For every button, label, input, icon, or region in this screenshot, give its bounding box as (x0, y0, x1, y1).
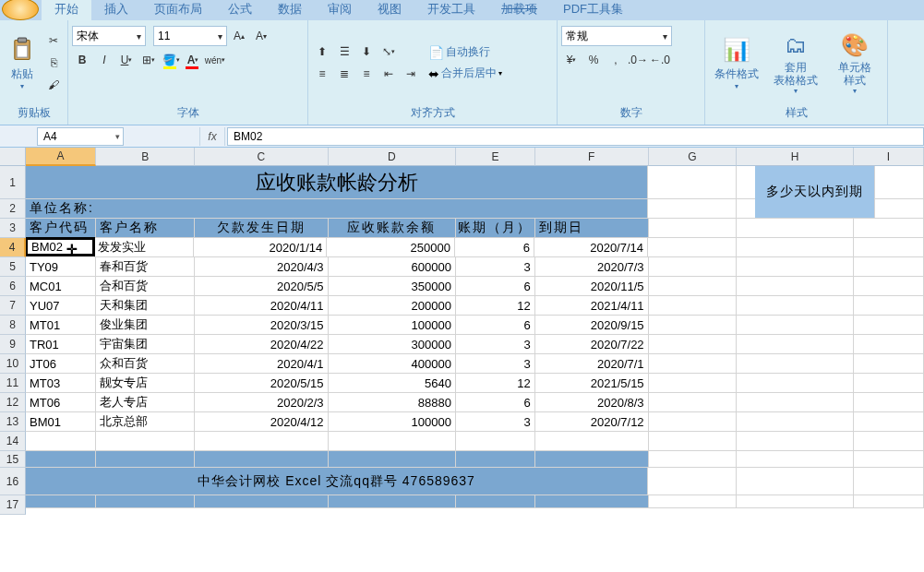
merge-center-button[interactable]: ⬌合并后居中▾ (428, 66, 502, 81)
cell[interactable]: YU07 (26, 296, 96, 316)
cell[interactable] (26, 451, 96, 468)
col-header-E[interactable]: E (456, 148, 535, 166)
cell[interactable]: 2020/4/1 (195, 354, 328, 374)
number-format-select[interactable]: 常规 (561, 26, 672, 46)
cell[interactable] (854, 374, 924, 393)
row-header-13[interactable]: 13 (0, 412, 26, 432)
cell[interactable]: 客户代码 (26, 219, 96, 238)
comma-button[interactable]: , (606, 50, 626, 70)
cell[interactable] (456, 432, 535, 451)
cell[interactable] (649, 257, 738, 277)
fx-button[interactable]: fx (199, 127, 225, 146)
cell[interactable]: 6 (456, 277, 535, 296)
increase-indent-button[interactable]: ⇥ (401, 64, 421, 84)
cell[interactable] (854, 354, 924, 374)
cell[interactable]: 欠款发生日期 (195, 219, 328, 238)
cell[interactable]: 2020/3/15 (195, 316, 328, 335)
tab-6[interactable]: 视图 (365, 0, 414, 20)
cell[interactable]: 2020/4/22 (195, 335, 328, 354)
cell[interactable] (96, 495, 195, 508)
conditional-format-button[interactable]: 📊 条件格式▾ (709, 30, 764, 95)
cell[interactable] (649, 495, 738, 508)
cell[interactable] (649, 451, 738, 468)
cell[interactable] (854, 277, 924, 296)
col-header-B[interactable]: B (96, 148, 195, 166)
tab-8[interactable]: 加载项 (488, 0, 550, 20)
cell[interactable]: 3 (456, 412, 535, 432)
col-header-A[interactable]: A (26, 148, 96, 166)
cell[interactable] (737, 393, 854, 412)
row-header-7[interactable]: 7 (0, 296, 26, 316)
formula-input[interactable]: BM02 (227, 127, 924, 146)
cell[interactable] (329, 432, 456, 451)
col-header-H[interactable]: H (737, 148, 854, 166)
cell[interactable]: 俊业集团 (96, 316, 195, 335)
cell[interactable] (649, 374, 738, 393)
cell[interactable] (737, 335, 854, 354)
row-header-3[interactable]: 3 (0, 219, 26, 238)
cell[interactable]: 客户名称 (96, 219, 195, 238)
cell[interactable] (195, 495, 328, 508)
row-header-17[interactable]: 17 (0, 495, 26, 515)
cell[interactable] (535, 451, 649, 468)
cell[interactable] (26, 495, 96, 508)
cell[interactable] (649, 393, 738, 412)
cell[interactable]: MT01 (26, 316, 96, 335)
cell[interactable]: 众和百货 (96, 354, 195, 374)
cell[interactable] (329, 451, 456, 468)
row-header-1[interactable]: 1 (0, 166, 26, 199)
cell[interactable]: 6 (456, 316, 535, 335)
cell[interactable] (737, 374, 854, 393)
cell[interactable] (26, 432, 96, 451)
cell[interactable]: MT06 (26, 393, 96, 412)
cell[interactable]: 100000 (329, 316, 456, 335)
cell[interactable] (854, 316, 924, 335)
row-header-12[interactable]: 12 (0, 393, 26, 412)
tab-0[interactable]: 开始 (42, 0, 91, 20)
cell[interactable] (648, 199, 737, 219)
cell[interactable]: 2020/4/3 (195, 257, 328, 277)
align-top-button[interactable]: ⬆ (312, 42, 332, 62)
row-header-6[interactable]: 6 (0, 277, 26, 296)
row-header-8[interactable]: 8 (0, 316, 26, 335)
cell[interactable] (456, 495, 535, 508)
row-header-14[interactable]: 14 (0, 432, 26, 451)
tab-1[interactable]: 插入 (91, 0, 141, 20)
cell[interactable] (854, 451, 924, 468)
cell[interactable] (456, 451, 535, 468)
cell[interactable]: 应收账款帐龄分析 (26, 166, 648, 199)
cell[interactable] (96, 451, 195, 468)
cell[interactable]: 中华会计网校 Excel 交流qq群号 476589637 (26, 468, 648, 495)
cell[interactable]: MC01 (26, 277, 96, 296)
align-center-button[interactable]: ≣ (334, 64, 354, 84)
orientation-button[interactable]: ⤡▾ (378, 42, 399, 62)
italic-button[interactable]: I (94, 50, 114, 70)
cell[interactable] (649, 296, 738, 316)
col-header-I[interactable]: I (854, 148, 924, 166)
select-all-corner[interactable] (0, 148, 26, 166)
cell[interactable] (854, 393, 924, 412)
wrap-text-button[interactable]: 📄自动换行 (428, 44, 502, 60)
cell[interactable]: 2020/8/3 (535, 393, 649, 412)
cell[interactable] (195, 451, 328, 468)
format-painter-button[interactable]: 🖌 (43, 75, 64, 95)
cell[interactable] (649, 219, 738, 238)
cell[interactable]: 2021/4/11 (535, 296, 649, 316)
cell[interactable] (96, 432, 195, 451)
align-right-button[interactable]: ≡ (356, 64, 377, 84)
border-button[interactable]: ⊞▾ (138, 50, 159, 70)
cell[interactable]: 300000 (329, 335, 456, 354)
cell[interactable]: MT03 (26, 374, 96, 393)
paste-button[interactable]: 粘贴 ▾ (4, 30, 40, 95)
cell[interactable] (649, 412, 738, 432)
cell[interactable] (737, 219, 854, 238)
row-header-4[interactable]: 4 (0, 238, 26, 257)
cell[interactable] (854, 468, 924, 495)
spreadsheet-grid[interactable]: 1234567891011121314151617 ABCDEFGHI 应收账款… (0, 148, 924, 572)
cell[interactable] (737, 316, 854, 335)
fill-color-button[interactable]: 🪣▾ (161, 50, 181, 70)
cell[interactable] (737, 257, 854, 277)
cell[interactable] (854, 238, 924, 257)
col-header-F[interactable]: F (535, 148, 649, 166)
cell[interactable] (854, 257, 924, 277)
